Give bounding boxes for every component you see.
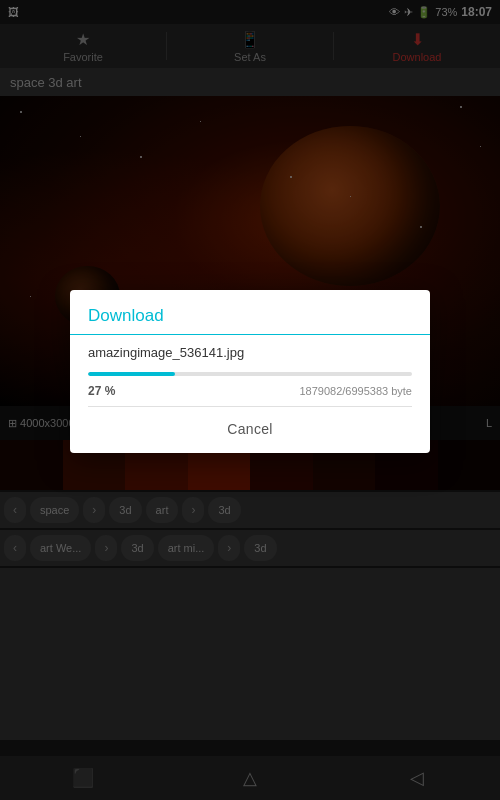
- download-dialog: Download amazingimage_536141.jpg 27 % 18…: [70, 290, 430, 453]
- cancel-button[interactable]: Cancel: [207, 417, 292, 441]
- progress-bytes: 1879082/6995383 byte: [299, 385, 412, 397]
- progress-bar-track: [88, 372, 412, 376]
- dialog-actions: Cancel: [70, 407, 430, 453]
- dialog-progress-info: 27 % 1879082/6995383 byte: [70, 380, 430, 406]
- progress-percent: 27 %: [88, 384, 115, 398]
- dialog-title: Download: [70, 290, 430, 335]
- progress-bar-fill: [88, 372, 175, 376]
- dialog-filename: amazingimage_536141.jpg: [70, 335, 430, 366]
- dialog-progress-area: [70, 366, 430, 380]
